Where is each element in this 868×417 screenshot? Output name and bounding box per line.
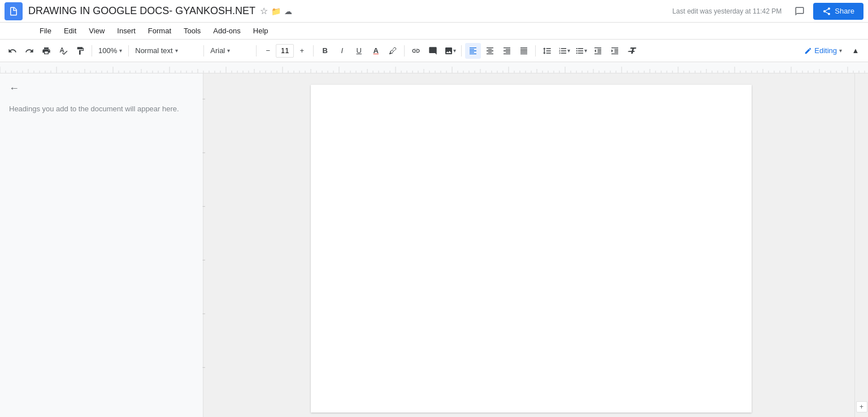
zoom-label: 100%	[98, 46, 117, 55]
title-bar: DRAWING IN GOOGLE DOCS- GYANKOSH.NET ☆ 📁…	[0, 0, 868, 23]
divider-5	[313, 45, 314, 57]
bulleted-list-chevron: ▾	[584, 47, 587, 54]
divider-8	[535, 45, 536, 57]
align-right-button[interactable]	[499, 43, 515, 59]
line-spacing-button[interactable]	[539, 43, 555, 59]
sidebar-info: Headings you add to the document will ap…	[9, 103, 194, 115]
ruler	[0, 62, 868, 73]
clear-formatting-button[interactable]: T̶	[624, 43, 640, 59]
font-family-chevron: ▾	[227, 47, 230, 54]
divider-6	[404, 45, 405, 57]
expand-button[interactable]: +	[856, 401, 867, 412]
spellcheck-button[interactable]	[55, 43, 71, 59]
title-icons: ☆ 📁 ☁	[260, 6, 292, 16]
right-panel: +	[854, 73, 868, 417]
menu-view[interactable]: View	[83, 24, 110, 37]
numbered-list-button[interactable]: ▾	[556, 43, 572, 59]
divider-2	[128, 45, 129, 57]
document-page[interactable]	[311, 85, 752, 412]
zoom-chevron: ▾	[119, 47, 122, 54]
divider-1	[92, 45, 92, 57]
zoom-selector[interactable]: 100% ▾	[96, 43, 125, 59]
font-size-input[interactable]: 11	[276, 44, 294, 58]
editing-mode-chevron: ▾	[839, 47, 842, 54]
undo-button[interactable]	[5, 43, 20, 59]
main-area: ← Headings you add to the document will …	[0, 73, 868, 417]
share-label: Share	[835, 7, 854, 15]
divider-7	[461, 45, 462, 57]
image-chevron: ▾	[453, 47, 456, 54]
last-edit: Last edit was yesterday at 11:42 PM	[672, 7, 782, 15]
cloud-icon[interactable]: ☁	[284, 7, 292, 16]
font-family-selector[interactable]: Arial ▾	[207, 43, 253, 59]
font-family-label: Arial	[210, 46, 225, 55]
font-size-increase[interactable]: +	[294, 43, 310, 59]
divider-3	[203, 45, 204, 57]
print-button[interactable]	[38, 43, 54, 59]
divider-4	[256, 45, 257, 57]
font-size-control: − 11 +	[260, 43, 310, 59]
toolbar: 100% ▾ Normal text ▾ Arial ▾ − 11 + B I …	[0, 40, 868, 62]
menu-bar: File Edit View Insert Format Tools Add-o…	[0, 23, 868, 40]
menu-tools[interactable]: Tools	[178, 24, 206, 37]
paint-format-button[interactable]	[72, 43, 88, 59]
increase-indent-button[interactable]	[607, 43, 623, 59]
sidebar: ← Headings you add to the document will …	[0, 73, 203, 417]
font-size-decrease[interactable]: −	[260, 43, 276, 59]
paragraph-style-label: Normal text	[135, 46, 172, 55]
italic-button[interactable]: I	[334, 43, 350, 59]
paragraph-style-selector[interactable]: Normal text ▾	[132, 43, 200, 59]
menu-insert[interactable]: Insert	[111, 24, 141, 37]
menu-addons[interactable]: Add-ons	[207, 24, 246, 37]
doc-title[interactable]: DRAWING IN GOOGLE DOCS- GYANKOSH.NET	[28, 5, 255, 17]
menu-file[interactable]: File	[34, 24, 57, 37]
underline-button[interactable]: U	[351, 43, 367, 59]
top-right: Share	[791, 2, 863, 20]
sidebar-back-button[interactable]: ←	[9, 82, 19, 94]
highlight-button[interactable]: 🖊	[385, 43, 401, 59]
redo-button[interactable]	[21, 43, 37, 59]
decrease-indent-button[interactable]	[590, 43, 606, 59]
share-button[interactable]: Share	[813, 3, 863, 20]
editing-mode-label: Editing	[814, 46, 837, 55]
document-area[interactable]	[208, 73, 854, 417]
collapse-toolbar-button[interactable]: ▲	[848, 43, 863, 59]
bulleted-list-button[interactable]: ▾	[573, 43, 589, 59]
menu-help[interactable]: Help	[248, 24, 274, 37]
text-color-button[interactable]: A	[368, 43, 384, 59]
insert-comment-button[interactable]	[425, 43, 441, 59]
folder-icon[interactable]: 📁	[271, 7, 281, 16]
align-left-button[interactable]	[465, 43, 481, 59]
bold-button[interactable]: B	[317, 43, 333, 59]
insert-image-button[interactable]: ▾	[442, 43, 458, 59]
align-center-button[interactable]	[482, 43, 498, 59]
menu-format[interactable]: Format	[142, 24, 177, 37]
link-button[interactable]	[408, 43, 424, 59]
paragraph-chevron: ▾	[175, 47, 178, 54]
star-icon[interactable]: ☆	[260, 6, 268, 16]
app-icon[interactable]	[5, 2, 23, 20]
numbered-list-chevron: ▾	[567, 47, 570, 54]
comment-button[interactable]	[791, 2, 809, 20]
ruler-svg	[0, 62, 868, 73]
menu-edit[interactable]: Edit	[58, 24, 82, 37]
editing-mode-button[interactable]: Editing ▾	[800, 44, 847, 57]
justify-button[interactable]	[516, 43, 532, 59]
left-margin-markers: − − − − − −	[203, 73, 208, 417]
